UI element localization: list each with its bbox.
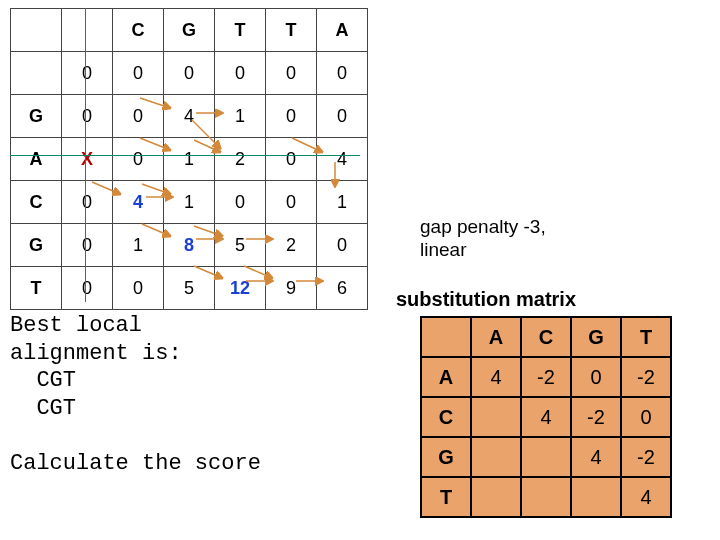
table-row: T 0 0 5 12 9 6 bbox=[11, 267, 368, 310]
gap-line: linear bbox=[420, 239, 546, 262]
dp-cell: 0 bbox=[62, 181, 113, 224]
dp-cell: 0 bbox=[266, 95, 317, 138]
dp-header: A bbox=[317, 9, 368, 52]
table-row: G 0 0 4 1 0 0 bbox=[11, 95, 368, 138]
best-line: CGT bbox=[10, 368, 76, 393]
dp-rowhdr bbox=[11, 52, 62, 95]
dp-cell: 0 bbox=[62, 224, 113, 267]
table-row: G 0 1 8 5 2 0 bbox=[11, 224, 368, 267]
sub-cell bbox=[571, 477, 621, 517]
dp-cell: 1 bbox=[164, 138, 215, 181]
dp-cell: 4 bbox=[164, 95, 215, 138]
sub-cell bbox=[471, 437, 521, 477]
dp-cell-highlight: 12 bbox=[215, 267, 266, 310]
dp-cell: 2 bbox=[215, 138, 266, 181]
dp-cell: 1 bbox=[113, 224, 164, 267]
best-alignment-text: Best local alignment is: CGT CGT Calcula… bbox=[10, 312, 261, 477]
dp-cell-highlight: 8 bbox=[164, 224, 215, 267]
dp-cell: 0 bbox=[113, 138, 164, 181]
sub-cell: 4 bbox=[471, 357, 521, 397]
dp-rowhdr: T bbox=[11, 267, 62, 310]
dp-header: T bbox=[215, 9, 266, 52]
dp-cell: 0 bbox=[266, 138, 317, 181]
dp-cell: 0 bbox=[317, 95, 368, 138]
dp-cell: 0 bbox=[317, 224, 368, 267]
dp-cell: 0 bbox=[113, 52, 164, 95]
sub-cell: 0 bbox=[571, 357, 621, 397]
sub-rowhdr: T bbox=[421, 477, 471, 517]
sub-colhdr: G bbox=[571, 317, 621, 357]
dp-rowhdr: G bbox=[11, 224, 62, 267]
sub-rowhdr: A bbox=[421, 357, 471, 397]
dp-cell: 0 bbox=[317, 52, 368, 95]
sub-cell: 0 bbox=[621, 397, 671, 437]
sub-rowhdr: C bbox=[421, 397, 471, 437]
dp-cell: 0 bbox=[215, 52, 266, 95]
table-row: C 0 4 1 0 0 1 bbox=[11, 181, 368, 224]
dp-cell: 5 bbox=[215, 224, 266, 267]
sub-cell: -2 bbox=[621, 437, 671, 477]
sub-cell: 4 bbox=[521, 397, 571, 437]
x-mark-icon: X bbox=[62, 138, 113, 181]
dp-cell: 0 bbox=[62, 52, 113, 95]
table-row: A C G T bbox=[421, 317, 671, 357]
dp-cell: 1 bbox=[164, 181, 215, 224]
sub-cell bbox=[521, 437, 571, 477]
sub-colhdr: T bbox=[621, 317, 671, 357]
sub-corner bbox=[421, 317, 471, 357]
table-row: G 4 -2 bbox=[421, 437, 671, 477]
dp-cell: 1 bbox=[317, 181, 368, 224]
dp-cell: 0 bbox=[62, 267, 113, 310]
dp-header: G bbox=[164, 9, 215, 52]
table-row: C G T T A bbox=[11, 9, 368, 52]
table-row: T 4 bbox=[421, 477, 671, 517]
table-row: 0 0 0 0 0 0 bbox=[11, 52, 368, 95]
dp-cell: 6 bbox=[317, 267, 368, 310]
dp-cell: 1 bbox=[215, 95, 266, 138]
sub-cell bbox=[521, 477, 571, 517]
dp-cell: 9 bbox=[266, 267, 317, 310]
dp-header: T bbox=[266, 9, 317, 52]
dp-rowhdr: A bbox=[11, 138, 62, 181]
sub-cell: -2 bbox=[621, 357, 671, 397]
best-line: alignment is: bbox=[10, 341, 182, 366]
sub-cell bbox=[471, 477, 521, 517]
dp-cell: 0 bbox=[113, 95, 164, 138]
sub-cell: -2 bbox=[521, 357, 571, 397]
dp-rowhdr: G bbox=[11, 95, 62, 138]
substitution-matrix-title: substitution matrix bbox=[396, 288, 576, 311]
dp-cell: 0 bbox=[215, 181, 266, 224]
sub-cell: -2 bbox=[571, 397, 621, 437]
best-line: Best local bbox=[10, 313, 142, 338]
dp-cell: 0 bbox=[164, 52, 215, 95]
dp-cell: 0 bbox=[266, 181, 317, 224]
best-line: Calculate the score bbox=[10, 451, 261, 476]
dp-cell: 4 bbox=[317, 138, 368, 181]
dp-header bbox=[62, 9, 113, 52]
best-line: CGT bbox=[10, 396, 76, 421]
dp-cell: 5 bbox=[164, 267, 215, 310]
sub-rowhdr: G bbox=[421, 437, 471, 477]
sub-cell bbox=[471, 397, 521, 437]
gap-line: gap penalty -3, bbox=[420, 216, 546, 239]
gap-penalty-text: gap penalty -3, linear bbox=[420, 216, 546, 262]
sub-colhdr: C bbox=[521, 317, 571, 357]
table-row: A 4 -2 0 -2 bbox=[421, 357, 671, 397]
sub-cell: 4 bbox=[621, 477, 671, 517]
sub-colhdr: A bbox=[471, 317, 521, 357]
dp-cell: 2 bbox=[266, 224, 317, 267]
table-row: C 4 -2 0 bbox=[421, 397, 671, 437]
dp-matrix: C G T T A 0 0 0 0 0 0 G 0 0 4 1 0 0 A X … bbox=[10, 8, 368, 310]
dp-header: C bbox=[113, 9, 164, 52]
sub-cell: 4 bbox=[571, 437, 621, 477]
dp-rowhdr: C bbox=[11, 181, 62, 224]
dp-cell: 0 bbox=[113, 267, 164, 310]
dp-cell: 0 bbox=[266, 52, 317, 95]
dp-header bbox=[11, 9, 62, 52]
table-row: A X 0 1 2 0 4 bbox=[11, 138, 368, 181]
substitution-matrix: A C G T A 4 -2 0 -2 C 4 -2 0 G 4 -2 T 4 bbox=[420, 316, 672, 518]
dp-cell-highlight: 4 bbox=[113, 181, 164, 224]
dp-cell: 0 bbox=[62, 95, 113, 138]
